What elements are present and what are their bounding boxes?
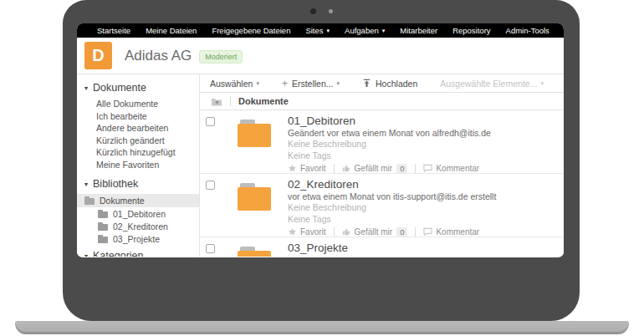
file-modified-info: Geändert vor etwa einem Monat von alfred… [288,127,564,139]
chevron-down-icon: ▾ [256,80,259,86]
file-description: Keine Beschreibung [288,202,564,214]
nav-item-mitarbeiter[interactable]: Mitarbeiter [392,26,445,35]
nav-label: Sites [305,26,323,35]
file-title-link[interactable]: 03_Projekte [288,242,564,254]
sidebar-section-kategorien[interactable]: ▾ Kategorien [77,250,199,257]
collapse-caret-icon: ▾ [84,181,88,188]
sidebar-item-kuerzlich-hinzugefuegt[interactable]: Kürzlich hinzugefügt [77,146,199,159]
selected-items-button[interactable]: Ausgewählte Elemente... ▾ [440,79,544,89]
file-title-link[interactable]: 02_Kreditoren [288,178,564,191]
sidebar-item-meine-favoriten[interactable]: Meine Favoriten [77,159,199,171]
like-button[interactable]: Gefällt mir 0 [342,164,408,173]
screen: Startseite Meine Dateien Freigegebene Da… [77,23,564,257]
action-label: Gefällt mir [355,227,393,237]
document-library: Auswählen ▾ + Erstellen... ▾ [200,74,564,257]
nav-item-admin-tools[interactable]: Admin-Tools [498,26,557,35]
tree-node-02-kreditoren[interactable]: 02_Kreditoren [77,220,199,232]
action-label: Kommentar [436,164,479,173]
upload-button[interactable]: Hochladen [362,79,417,89]
nav-item-aufgaben[interactable]: Aufgaben▾ [337,26,392,35]
row-checkbox[interactable] [206,117,215,126]
comment-icon [423,164,432,173]
folder-icon [98,222,108,231]
file-tags: Keine Tags [288,214,564,226]
upload-icon [362,79,371,88]
favorite-button[interactable]: Favorit [288,227,326,237]
file-tags: Keine Tags [288,150,564,162]
star-icon [288,164,297,173]
content-area: ▾ Dokumente Alle Dokumente Ich bearbeite… [77,74,564,257]
doclib-toolbar: Auswählen ▾ + Erstellen... ▾ [200,74,564,93]
tree-node-03-projekte[interactable]: 03_Projekte [77,232,199,245]
chevron-down-icon: ▾ [327,28,330,33]
file-row-01-debitoren: 01_Debitoren Geändert vor etwa einem Mon… [200,110,564,174]
sidebar-section-bibliothek[interactable]: ▾ Bibliothek [77,178,199,190]
site-title: Adidas AG [125,48,192,64]
nav-item-sites[interactable]: Sites▾ [298,26,337,35]
nav-label: Admin-Tools [506,26,549,35]
comment-icon [423,227,432,237]
nav-item-meine-dateien[interactable]: Meine Dateien [138,26,204,35]
nav-label: Meine Dateien [146,26,197,35]
section-header-label: Bibliothek [93,178,138,190]
breadcrumb-current-folder[interactable]: Dokumente [238,96,289,106]
nav-label: Mitarbeiter [400,26,437,35]
laptop-base [15,321,629,334]
top-navbar: Startseite Meine Dateien Freigegebene Da… [77,23,564,38]
sidebar-item-andere-bearbeiten[interactable]: Andere bearbeiten [77,122,199,135]
row-checkbox[interactable] [206,181,215,190]
sidebar-section-dokumente[interactable]: ▾ Dokumente [77,82,199,94]
tree-node-label: 02_Kreditoren [113,221,168,232]
action-label: Kommentar [436,227,479,237]
action-label: Favorit [300,164,326,173]
create-menu-button[interactable]: + Erstellen... ▾ [282,78,340,89]
folder-thumbnail-icon[interactable] [238,183,271,211]
row-checkbox[interactable] [206,244,215,253]
file-title-link[interactable]: 01_Debitoren [288,115,564,127]
comment-button[interactable]: Kommentar [423,164,479,173]
nav-label: Startseite [97,26,130,35]
tree-node-dokumente-selected[interactable]: Dokumente [77,194,199,207]
thumbs-up-icon [342,164,351,173]
folder-thumbnail-icon[interactable] [238,247,271,257]
folder-open-icon [84,196,95,205]
tree-node-01-debitoren[interactable]: 01_Debitoren [77,207,199,220]
separator [415,164,416,173]
nav-item-freigegebene-dateien[interactable]: Freigegebene Dateien [204,26,298,35]
folder-up-icon[interactable] [211,96,222,107]
chevron-down-icon: ▾ [540,80,544,86]
sidebar-item-kuerzlich-geaendert[interactable]: Kürzlich geändert [77,135,199,147]
folder-thumbnail-icon[interactable] [238,120,271,147]
tree-node-label: 01_Debitoren [113,209,166,219]
nav-label: Freigegebene Dateien [212,26,290,35]
file-actions: Favorit Gefällt mir 0 [288,227,564,237]
button-label: Auswählen [210,79,253,89]
like-button[interactable]: Gefällt mir 0 [342,227,408,237]
folder-icon [98,235,108,243]
separator [230,96,231,106]
laptop-frame: Startseite Meine Dateien Freigegebene Da… [63,0,580,321]
collapse-caret-icon: ▾ [84,84,88,92]
select-menu-button[interactable]: Auswählen ▾ [210,79,259,89]
file-row-02-kreditoren: 02_Kreditoren vor etwa einem Monat von i… [200,174,564,237]
action-label: Gefällt mir [355,164,393,173]
plus-icon: + [282,78,288,89]
tree-node-label: 03_Projekte [113,234,160,244]
comment-button[interactable]: Kommentar [423,227,479,237]
breadcrumb: Dokumente [200,93,564,110]
button-label: Ausgewählte Elemente... [440,79,537,89]
separator [334,164,335,173]
nav-item-startseite[interactable]: Startseite [89,26,138,35]
file-row-03-projekte: 03_Projekte vor etwa einem Monat von iti… [200,237,564,257]
nav-item-repository[interactable]: Repository [445,26,498,35]
nav-label: Repository [452,26,490,35]
laptop-mockup: Startseite Meine Dateien Freigegebene Da… [0,0,644,336]
button-label: Erstellen... [292,79,334,89]
sidebar-item-ich-bearbeite[interactable]: Ich bearbeite [77,110,199,123]
chevron-down-icon: ▾ [382,28,386,33]
site-logo[interactable]: D [84,42,112,69]
collapse-caret-icon: ▾ [84,252,88,257]
site-visibility-badge: Moderiert [199,50,243,64]
sidebar-item-alle-dokumente[interactable]: Alle Dokumente [77,98,199,110]
favorite-button[interactable]: Favorit [288,164,326,173]
